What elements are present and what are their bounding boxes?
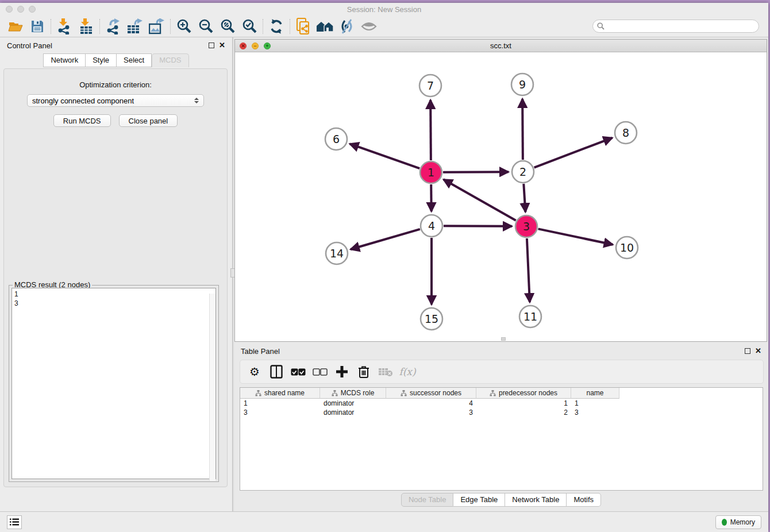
graph-node-label-7: 7	[427, 79, 434, 92]
zoom-fit-button[interactable]	[217, 18, 238, 35]
graph-node-label-3: 3	[523, 220, 530, 233]
network-close-icon[interactable]: ✕	[240, 43, 247, 49]
network-window-titlebar[interactable]: ✕ − + scc.txt	[235, 40, 767, 52]
graph-edge-1-4[interactable]	[431, 184, 432, 211]
export-image-button[interactable]	[146, 18, 168, 35]
graph-edge-2-8[interactable]	[534, 138, 613, 168]
toolbar-separator	[170, 19, 171, 34]
show-panels-button[interactable]	[7, 515, 22, 529]
tab-style[interactable]: Style	[86, 53, 117, 67]
fit-content-button[interactable]	[314, 18, 336, 35]
column-header-successor-nodes[interactable]: successor nodes	[386, 388, 476, 399]
destroy-table-button[interactable]	[376, 363, 395, 381]
tab-select[interactable]: Select	[117, 53, 152, 67]
network-window-title: scc.txt	[235, 41, 767, 50]
graph-edge-4-3[interactable]	[444, 226, 512, 226]
eye-button[interactable]	[358, 18, 380, 35]
cell-MCDS-role[interactable]: dominator	[320, 399, 386, 408]
show-hide-graphics-details-button[interactable]	[336, 18, 358, 35]
cell-MCDS-role[interactable]: dominator	[320, 408, 386, 417]
canvas-grip[interactable]	[501, 337, 506, 341]
column-header-predecessor-nodes[interactable]: predecessor nodes	[476, 388, 571, 399]
save-icon	[30, 20, 44, 33]
table-row[interactable]: 3dominator323	[240, 408, 763, 417]
network-minimize-icon[interactable]: −	[252, 43, 259, 49]
table-settings-button[interactable]: ⚙	[245, 363, 264, 381]
graph-edge-1-7[interactable]	[430, 100, 431, 160]
select-all-button[interactable]	[288, 363, 308, 381]
graph-edge-1-6[interactable]	[350, 144, 420, 168]
cell-name[interactable]: 1	[571, 399, 619, 408]
result-scrollbar[interactable]	[209, 294, 215, 481]
cell-successor-nodes[interactable]: 3	[386, 408, 476, 417]
tab-node-table[interactable]: Node Table	[401, 493, 454, 507]
zoom-selected-icon	[242, 18, 257, 34]
graph-edge-1-2[interactable]	[443, 172, 509, 172]
export-network-button[interactable]	[102, 18, 124, 35]
network-maximize-icon[interactable]: +	[264, 43, 271, 49]
run-mcds-button[interactable]: Run MCDS	[53, 114, 111, 127]
control-panel-title: Control Panel	[7, 41, 52, 50]
hierarchy-icon	[332, 390, 338, 396]
graph-node-label-4: 4	[428, 219, 435, 232]
close-panel-icon[interactable]: ✕	[219, 43, 225, 48]
export-network-icon	[106, 18, 121, 34]
refresh-button[interactable]	[265, 18, 287, 35]
zoom-fit-icon	[220, 18, 236, 34]
cell-name[interactable]: 3	[571, 408, 619, 417]
float-table-panel-icon[interactable]	[745, 348, 750, 354]
graph-edge-3-10[interactable]	[538, 229, 613, 244]
criterion-select[interactable]: strongly connected component	[27, 94, 204, 107]
tab-edge-table[interactable]: Edge Table	[453, 493, 505, 507]
main-toolbar	[0, 16, 768, 37]
open-session-button[interactable]	[5, 18, 26, 35]
graphics-details-toggle-icon	[339, 19, 355, 34]
column-header-name[interactable]: name	[571, 388, 619, 399]
import-network-button[interactable]	[53, 18, 75, 35]
right-area: ✕ − + scc.txt 7968124314101511 Table Pan…	[234, 37, 768, 511]
cell-shared-name[interactable]: 1	[240, 399, 320, 408]
new-network-from-selection-button[interactable]	[292, 18, 314, 35]
trash-icon	[358, 365, 369, 378]
close-table-panel-icon[interactable]: ✕	[755, 348, 761, 354]
column-header-shared-name[interactable]: shared name	[240, 388, 320, 399]
graph-edge-2-9[interactable]	[522, 99, 523, 160]
float-panel-icon[interactable]	[209, 43, 214, 48]
table-row[interactable]: 1dominator411	[240, 399, 763, 408]
close-panel-button[interactable]: Close panel	[119, 114, 178, 127]
search-input[interactable]	[607, 22, 754, 30]
cell-shared-name[interactable]: 3	[240, 408, 320, 417]
search-box[interactable]	[592, 20, 759, 33]
zoom-out-button[interactable]	[195, 18, 217, 35]
delete-column-button[interactable]	[354, 363, 374, 381]
graph-edge-3-11[interactable]	[527, 238, 530, 302]
split-view-button[interactable]	[267, 363, 286, 381]
export-table-button[interactable]	[124, 18, 146, 35]
memory-button[interactable]: Memory	[715, 515, 761, 529]
network-canvas[interactable]: 7968124314101511	[235, 52, 767, 341]
deselect-all-button[interactable]	[310, 363, 330, 381]
tab-network-table[interactable]: Network Table	[505, 493, 567, 507]
mcds-result-text[interactable]: 1 3	[11, 288, 216, 479]
tab-motifs[interactable]: Motifs	[567, 493, 601, 507]
toolbar-separator	[263, 19, 263, 34]
add-column-button[interactable]	[332, 363, 352, 381]
function-builder-button[interactable]: f(x)	[398, 363, 417, 381]
graph-edge-2-3[interactable]	[523, 184, 525, 212]
zoom-selected-button[interactable]	[238, 18, 260, 35]
tab-mcds[interactable]: MCDS	[152, 53, 188, 67]
tab-network[interactable]: Network	[43, 53, 86, 67]
cell-predecessor-nodes[interactable]: 2	[476, 408, 571, 417]
cell-predecessor-nodes[interactable]: 1	[476, 399, 571, 408]
table-toolbar: ⚙	[240, 360, 764, 384]
network-graph[interactable]: 7968124314101511	[235, 52, 768, 342]
graph-edge-3-1[interactable]	[444, 179, 516, 220]
zoom-in-button[interactable]	[173, 18, 195, 35]
column-header-MCDS-role[interactable]: MCDS role	[320, 388, 386, 399]
graph-node-label-15: 15	[425, 313, 438, 325]
save-session-button[interactable]	[26, 18, 48, 35]
cell-successor-nodes[interactable]: 4	[386, 399, 476, 408]
main-area: Control Panel ✕ NetworkStyleSelectMCDS O…	[0, 37, 768, 511]
import-table-button[interactable]	[75, 18, 97, 35]
graph-edge-4-14[interactable]	[351, 229, 420, 249]
